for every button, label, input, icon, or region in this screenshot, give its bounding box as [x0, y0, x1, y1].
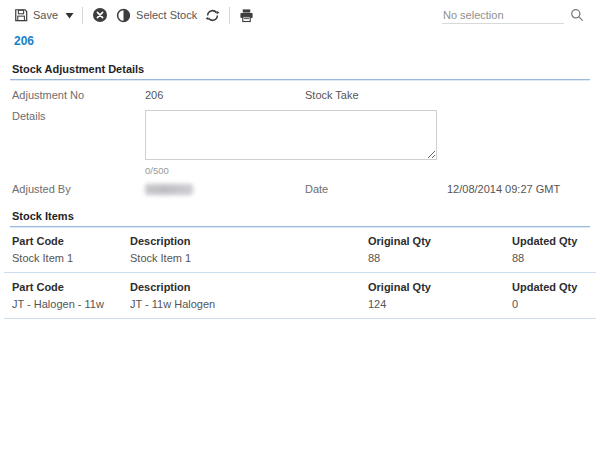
refresh-button[interactable]	[201, 6, 224, 25]
toolbar-divider	[229, 7, 230, 24]
save-dropdown-button[interactable]	[62, 10, 77, 21]
redacted-name-blur	[145, 184, 193, 195]
print-button[interactable]	[235, 6, 258, 25]
col-header-part-code: Part Code	[12, 227, 130, 250]
details-textarea[interactable]	[145, 110, 437, 160]
save-button[interactable]: Save	[10, 6, 62, 24]
cancel-button[interactable]	[88, 5, 112, 25]
adjusted-by-row: Adjusted By Date 12/08/2014 09:27 GMT	[0, 183, 600, 195]
toolbar: Save Select Stock	[0, 0, 600, 27]
cell-part-code[interactable]: Stock Item 1	[12, 250, 130, 272]
cell-original-qty[interactable]: 88	[368, 250, 512, 272]
char-counter: 0/500	[145, 165, 600, 176]
details-field-wrap: 0/500	[145, 110, 600, 176]
refresh-icon	[205, 8, 220, 23]
cancel-icon	[92, 7, 108, 23]
col-header-updated-qty: Updated Qty	[512, 227, 600, 250]
col-header-part-code: Part Code	[12, 273, 130, 296]
stock-item-group: Part Code Description Original Qty Updat…	[0, 227, 600, 272]
col-header-description: Description	[130, 273, 368, 296]
cell-part-code[interactable]: JT - Halogen - 11w	[12, 296, 130, 318]
details-label: Details	[12, 110, 145, 122]
cell-updated-qty[interactable]: 0	[512, 296, 600, 318]
print-icon	[239, 8, 254, 23]
search-icon[interactable]	[570, 8, 584, 22]
col-header-description: Description	[130, 227, 368, 250]
toolbar-divider	[82, 7, 83, 24]
date-label: Date	[305, 183, 447, 195]
adjustment-type-value: Stock Take	[305, 89, 447, 101]
select-stock-button[interactable]: Select Stock	[112, 6, 201, 25]
select-stock-icon	[116, 8, 131, 23]
adjusted-by-label: Adjusted By	[12, 183, 145, 195]
cell-updated-qty[interactable]: 88	[512, 250, 600, 272]
table-group-divider	[4, 318, 596, 319]
section-title-stock-adjustment-details: Stock Adjustment Details	[10, 63, 590, 80]
stock-adjustment-screen: Save Select Stock	[0, 0, 600, 319]
section-title-stock-items: Stock Items	[10, 210, 590, 227]
col-header-original-qty: Original Qty	[368, 273, 512, 296]
select-stock-label: Select Stock	[136, 9, 197, 21]
adjustment-no-label: Adjustment No	[12, 89, 145, 101]
cell-description[interactable]: Stock Item 1	[130, 250, 368, 272]
cell-original-qty[interactable]: 124	[368, 296, 512, 318]
date-value: 12/08/2014 09:27 GMT	[447, 183, 600, 195]
col-header-updated-qty: Updated Qty	[512, 273, 600, 296]
adjustment-no-value: 206	[145, 89, 305, 101]
col-header-original-qty: Original Qty	[368, 227, 512, 250]
adjustment-no-row: Adjustment No 206 Stock Take	[0, 89, 600, 101]
cell-description[interactable]: JT - 11w Halogen	[130, 296, 368, 318]
stock-item-group: Part Code Description Original Qty Updat…	[0, 273, 600, 318]
stock-items-table: Part Code Description Original Qty Updat…	[0, 227, 600, 319]
adjusted-by-value-redacted	[145, 183, 305, 195]
save-icon	[14, 8, 28, 22]
details-form: Adjustment No 206 Stock Take Details 0/5…	[0, 89, 600, 195]
dropdown-caret-icon	[65, 12, 74, 19]
save-label: Save	[33, 9, 58, 21]
search-input[interactable]	[442, 7, 564, 24]
record-search	[442, 7, 584, 24]
record-id: 206	[14, 34, 600, 48]
details-row: Details 0/500	[0, 110, 600, 176]
